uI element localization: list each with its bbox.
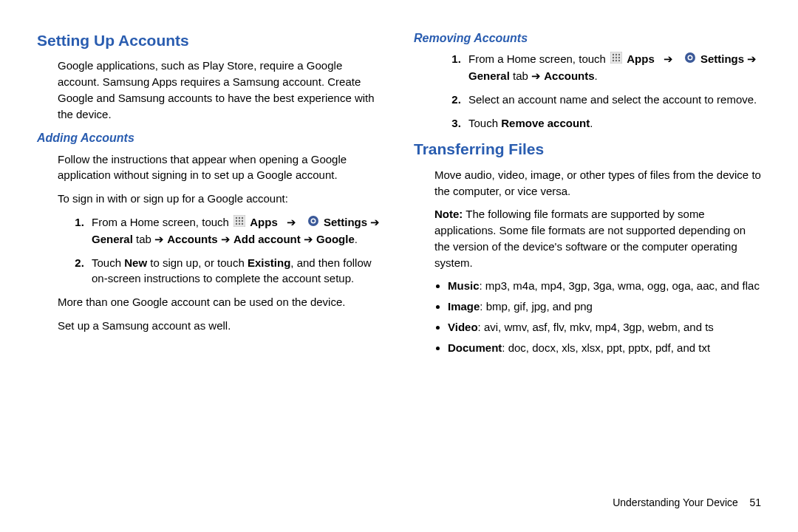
svg-point-2 xyxy=(239,217,240,219)
step-text: Touch xyxy=(468,117,501,129)
remove-account-label: Remove account xyxy=(501,117,590,129)
format-value: : bmp, gif, jpg, and png xyxy=(480,300,593,313)
removing-step-2: Select an account name and select the ac… xyxy=(464,92,761,108)
format-value: : mp3, m4a, mp4, 3gp, 3ga, wma, ogg, oga… xyxy=(480,279,760,292)
apps-icon xyxy=(233,215,245,231)
svg-point-16 xyxy=(618,54,620,55)
format-label: Document xyxy=(448,341,502,354)
apps-label: Apps xyxy=(250,216,278,228)
adding-p1: Follow the instructions that appear when… xyxy=(58,151,384,184)
adding-step-1: From a Home screen, touch Apps ➔ xyxy=(87,214,384,248)
heading-transferring-files: Transferring Files xyxy=(414,138,761,160)
step-text: to sign up, or touch xyxy=(147,256,248,269)
svg-point-9 xyxy=(242,223,243,225)
settings-label: Settings xyxy=(700,52,744,65)
existing-label: Existing xyxy=(248,256,290,269)
svg-point-18 xyxy=(615,57,617,58)
svg-point-25 xyxy=(689,56,692,59)
general-label: General xyxy=(468,69,510,82)
tab-word: tab xyxy=(510,69,531,82)
settings-icon xyxy=(684,52,696,68)
svg-point-7 xyxy=(236,223,237,225)
svg-point-3 xyxy=(242,217,243,219)
intro-paragraph: Google applications, such as Play Store,… xyxy=(58,58,384,122)
note-text: The following file formats are supported… xyxy=(434,208,746,268)
svg-point-20 xyxy=(613,60,614,61)
footer-section: Understanding Your Device xyxy=(613,497,738,508)
format-video: Video: avi, wmv, asf, flv, mkv, mp4, 3gp… xyxy=(448,319,761,335)
adding-steps: From a Home screen, touch Apps ➔ xyxy=(58,214,384,287)
svg-point-4 xyxy=(236,220,237,222)
subheading-removing-accounts: Removing Accounts xyxy=(414,30,761,47)
svg-point-22 xyxy=(618,60,620,61)
adding-step-2: Touch New to sign up, or touch Existing,… xyxy=(87,255,384,287)
accounts-label: Accounts xyxy=(167,233,217,245)
svg-point-19 xyxy=(618,57,620,58)
format-list: Music: mp3, m4a, mp4, 3gp, 3ga, wma, ogg… xyxy=(434,278,761,355)
add-account-label: Add account xyxy=(233,233,301,245)
transfer-note: Note: The following file formats are sup… xyxy=(434,206,761,270)
note-label: Note: xyxy=(434,208,463,220)
subheading-adding-accounts: Adding Accounts xyxy=(37,129,384,146)
svg-point-1 xyxy=(236,217,237,219)
adding-p4: Set up a Samsung account as well. xyxy=(58,318,384,334)
svg-point-6 xyxy=(242,220,243,222)
step-text: From a Home screen, touch xyxy=(468,52,609,65)
format-image: Image: bmp, gif, jpg, and png xyxy=(448,299,761,315)
format-label: Video xyxy=(448,321,478,333)
page-number: 51 xyxy=(749,497,761,508)
format-value: : doc, docx, xls, xlsx, ppt, pptx, pdf, … xyxy=(502,341,710,354)
removing-step-1: From a Home screen, touch Apps ➔ xyxy=(464,51,761,84)
step-text: From a Home screen, touch xyxy=(92,216,232,228)
format-label: Image xyxy=(448,300,480,313)
removing-steps: From a Home screen, touch Apps ➔ xyxy=(434,51,761,131)
adding-p3: More than one Google account can be used… xyxy=(58,294,384,310)
google-label: Google xyxy=(316,233,355,245)
accounts-label: Accounts xyxy=(544,69,594,82)
format-document: Document: doc, docx, xls, xlsx, ppt, ppt… xyxy=(448,340,761,356)
svg-point-5 xyxy=(239,220,240,222)
svg-point-12 xyxy=(312,219,315,222)
format-music: Music: mp3, m4a, mp4, 3gp, 3ga, wma, ogg… xyxy=(448,278,761,294)
svg-point-21 xyxy=(615,60,617,61)
format-value: : avi, wmv, asf, flv, mkv, mp4, 3gp, web… xyxy=(478,321,714,333)
svg-point-17 xyxy=(613,57,614,58)
adding-p2: To sign in with or sign up for a Google … xyxy=(58,191,384,207)
transfer-p1: Move audio, video, image, or other types… xyxy=(434,167,761,200)
svg-point-14 xyxy=(613,54,614,55)
new-label: New xyxy=(124,256,147,269)
tab-word: tab xyxy=(133,233,154,245)
general-label: General xyxy=(92,233,133,245)
svg-point-8 xyxy=(239,223,240,225)
apps-label: Apps xyxy=(627,52,655,65)
format-label: Music xyxy=(448,279,480,292)
page-footer: Understanding Your Device 51 xyxy=(613,495,761,510)
svg-point-15 xyxy=(615,54,617,55)
settings-label: Settings xyxy=(324,216,367,228)
heading-setting-up-accounts: Setting Up Accounts xyxy=(37,30,384,52)
removing-step-3: Touch Remove account. xyxy=(464,115,761,132)
settings-icon xyxy=(307,215,319,231)
step-text: Touch xyxy=(92,256,124,269)
apps-icon xyxy=(610,52,622,68)
